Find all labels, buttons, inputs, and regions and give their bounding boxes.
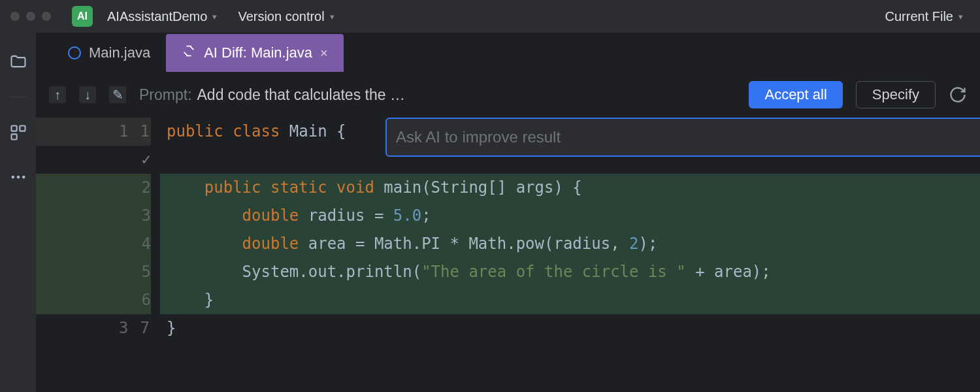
title-bar: AI AIAssistantDemo ▾ Version control ▾ C… <box>0 0 980 33</box>
svg-point-4 <box>16 176 20 179</box>
prompt-display: Prompt: Add code that calculates the … <box>139 86 405 104</box>
prompt-label: Prompt: <box>139 86 192 104</box>
code-line[interactable]: } <box>160 286 980 314</box>
vcs-selector[interactable]: Version control ▾ <box>231 7 340 27</box>
gutter-row: 3 <box>36 202 151 230</box>
gutter-row: 11 <box>36 118 151 146</box>
window-controls <box>10 12 51 21</box>
gutter: 11✓2345637 <box>36 118 160 392</box>
svg-point-5 <box>22 176 25 179</box>
diff-action-bar: ↑ ↓ ✎ Prompt: Add code that calculates t… <box>36 72 980 118</box>
project-selector[interactable]: AIAssistantDemo ▾ <box>101 7 223 27</box>
code-line[interactable]: System.out.println("The area of the circ… <box>160 258 980 286</box>
chevron-down-icon: ▾ <box>330 12 335 22</box>
diff-icon <box>182 44 196 62</box>
refine-prompt-input[interactable] <box>396 128 980 146</box>
prev-change-button[interactable]: ↑ <box>49 86 66 103</box>
scope-selector[interactable]: Current File ▾ <box>879 7 970 27</box>
svg-point-3 <box>11 176 14 179</box>
gutter-row: 4 <box>36 230 151 258</box>
separator <box>8 97 28 97</box>
gutter-row: 37 <box>36 314 151 342</box>
tab-label: AI Diff: Main.java <box>204 44 312 61</box>
minimize-window-icon[interactable] <box>26 12 35 21</box>
project-name: AIAssistantDemo <box>107 9 207 24</box>
gutter-row: 6 <box>36 286 151 314</box>
scope-label: Current File <box>885 9 953 24</box>
code-line[interactable]: double radius = 5.0; <box>160 202 980 230</box>
refine-prompt-popup <box>385 118 980 157</box>
chevron-down-icon: ▾ <box>212 12 217 22</box>
tab-main-java[interactable]: Main.java <box>52 34 166 72</box>
svg-rect-0 <box>11 126 16 131</box>
tab-label: Main.java <box>89 44 150 61</box>
folder-icon[interactable] <box>9 52 27 71</box>
left-tool-rail <box>0 33 36 392</box>
maximize-window-icon[interactable] <box>42 12 51 21</box>
refresh-icon[interactable] <box>949 86 967 104</box>
code-line[interactable]: } <box>160 314 980 342</box>
edit-button[interactable]: ✎ <box>109 86 126 103</box>
gutter-row: 5 <box>36 258 151 286</box>
code-line[interactable]: double area = Math.PI * Math.pow(radius,… <box>160 230 980 258</box>
code-line[interactable]: public static void main(String[] args) { <box>160 174 980 202</box>
code-area[interactable]: public class Main { public static void m… <box>160 118 980 392</box>
vcs-label: Version control <box>238 9 324 24</box>
structure-icon[interactable] <box>9 123 27 142</box>
java-class-icon <box>68 46 81 59</box>
tab-ai-diff[interactable]: AI Diff: Main.java × <box>166 34 344 72</box>
editor-tab-bar: Main.java AI Diff: Main.java × <box>36 33 980 72</box>
specify-button[interactable]: Specify <box>856 81 936 108</box>
chevron-down-icon: ▾ <box>958 12 963 22</box>
app-logo: AI <box>72 6 93 27</box>
svg-rect-1 <box>20 126 25 131</box>
gutter-row: ✓ <box>36 146 151 174</box>
editor: 11✓2345637 public class Main { public st… <box>36 118 980 392</box>
gutter-row: 2 <box>36 174 151 202</box>
svg-rect-2 <box>11 134 16 139</box>
close-tab-icon[interactable]: × <box>320 46 328 61</box>
accept-all-button[interactable]: Accept all <box>749 81 842 108</box>
close-window-icon[interactable] <box>10 12 20 21</box>
next-change-button[interactable]: ↓ <box>79 86 96 103</box>
more-icon[interactable] <box>9 168 27 186</box>
prompt-value: Add code that calculates the … <box>197 86 405 104</box>
